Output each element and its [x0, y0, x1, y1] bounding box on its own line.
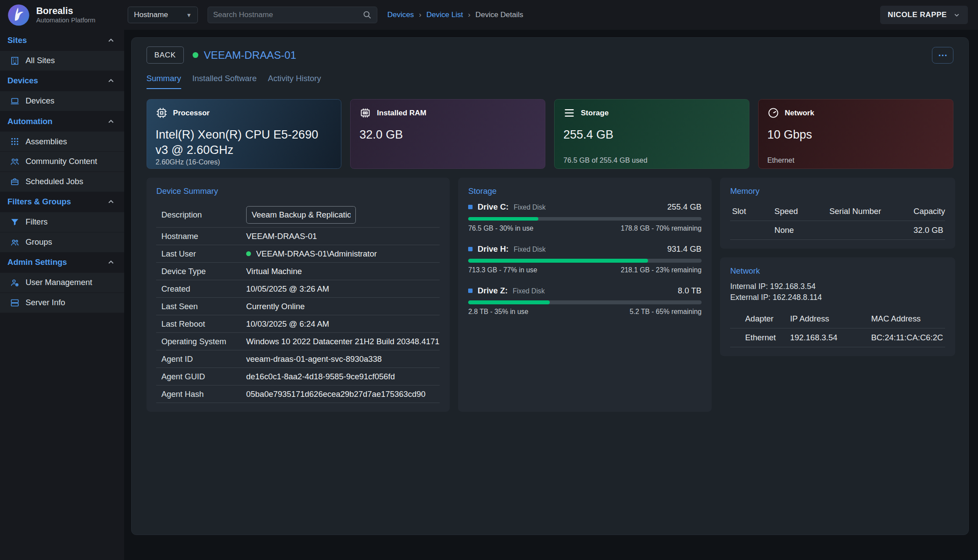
sidebar-section-devices[interactable]: Devices [0, 71, 124, 92]
breadcrumb-current: Device Details [476, 11, 523, 19]
stat-cards: Processor Intel(R) Xeon(R) CPU E5-2690 v… [147, 99, 953, 169]
storage-footer: 76.5 GB of 255.4 GB used [563, 156, 740, 164]
chevron-up-icon [107, 117, 115, 126]
drive-bullet-icon [468, 205, 473, 209]
breadcrumb-separator: › [468, 11, 471, 19]
memory-table-row: None 32.0 GB [730, 221, 945, 240]
content-area: BACK VEEAM-DRAAS-01 ⋯ Summary Installed … [124, 30, 978, 560]
chevron-up-icon [107, 36, 115, 45]
chevron-down-icon [953, 11, 960, 19]
server-icon [10, 298, 19, 307]
created-value: 10/05/2025 @ 3:26 AM [246, 284, 440, 294]
agent-id-value: veeam-draas-01-agent-svc-8930a338 [246, 354, 440, 364]
drive-bullet-icon [468, 247, 473, 251]
internal-ip: Internal IP: 192.168.3.54 [730, 282, 945, 291]
ram-card: Installed RAM 32.0 GB [350, 99, 545, 169]
breadcrumb-devices[interactable]: Devices [387, 11, 414, 19]
hostname-value: VEEAM-DRAAS-01 [246, 232, 440, 241]
online-status-dot [193, 52, 198, 58]
sidebar-item-server-info[interactable]: Server Info [0, 292, 124, 313]
memory-panel: Memory Slot Speed Serial Number Capacity… [720, 178, 955, 249]
ram-icon [359, 107, 371, 119]
drive-usage-bar [468, 300, 702, 304]
sidebar-item-assemblies[interactable]: Assemblies [0, 132, 124, 151]
network-value: 10 Gbps [767, 127, 944, 143]
memory-table-header: Slot Speed Serial Number Capacity [730, 202, 945, 221]
breadcrumb: Devices › Device List › Device Details [387, 11, 523, 19]
user-name: NICOLE RAPPE [888, 11, 947, 19]
agent-hash-value: 05ba0e7935171d626ecea29b27d7ae175363cd90 [246, 389, 440, 399]
sidebar-item-all-sites[interactable]: All Sites [0, 51, 124, 71]
panel-title: Memory [730, 186, 945, 196]
sidebar-section-sites[interactable]: Sites [0, 30, 124, 51]
storage-panel: Storage Drive C: Fixed Disk 255.4 GB 76.… [458, 178, 711, 412]
chevron-down-icon: ▼ [186, 12, 192, 18]
drive-row: Drive Z: Fixed Disk 8.0 TB 2.8 TB - 35% … [468, 286, 702, 316]
scheduled-jobs-icon [10, 177, 19, 186]
sites-icon [10, 56, 19, 65]
brand: Borealis Automation Platform [0, 0, 124, 30]
search-icon [362, 10, 372, 19]
network-table-row: Ethernet 192.168.3.54 BC:24:11:CA:C6:2C [730, 328, 945, 347]
borealis-logo [6, 3, 31, 28]
device-title: VEEAM-DRAAS-01 [204, 49, 296, 61]
devices-icon [10, 96, 19, 106]
network-footer: Ethernet [767, 156, 944, 164]
processor-value: Intel(R) Xeon(R) CPU E5-2690 v3 @ 2.60GH… [156, 127, 333, 158]
ram-value: 32.0 GB [359, 127, 536, 143]
device-details-panel: BACK VEEAM-DRAAS-01 ⋯ Summary Installed … [131, 37, 969, 535]
online-status-dot [246, 251, 251, 256]
sidebar-item-community-content[interactable]: Community Content [0, 151, 124, 171]
brand-name: Borealis [36, 6, 95, 16]
breadcrumb-device-list[interactable]: Device List [426, 11, 463, 19]
panel-title: Storage [468, 186, 702, 196]
network-card: Network 10 Gbps Ethernet [758, 99, 953, 169]
tab-bar: Summary Installed Software Activity Hist… [147, 74, 953, 89]
storage-value: 255.4 GB [563, 127, 740, 143]
tab-summary[interactable]: Summary [147, 74, 181, 89]
drive-row: Drive C: Fixed Disk 255.4 GB 76.5 GB - 3… [468, 202, 702, 232]
tab-installed-software[interactable]: Installed Software [192, 74, 257, 89]
topbar: Hostname ▼ Devices › Device List › Devic… [124, 0, 978, 30]
chevron-up-icon [107, 76, 115, 85]
card-title: Network [785, 109, 814, 118]
last-user-value: VEEAM-DRAAS-01\Administrator [246, 249, 440, 259]
user-menu[interactable]: NICOLE RAPPE [880, 6, 968, 25]
external-ip: External IP: 162.248.8.114 [730, 293, 945, 302]
chevron-up-icon [107, 258, 115, 267]
back-button[interactable]: BACK [147, 46, 184, 64]
panel-title: Network [730, 266, 945, 276]
sidebar-section-automation[interactable]: Automation [0, 111, 124, 132]
breadcrumb-separator: › [419, 11, 422, 19]
user-management-icon [10, 278, 19, 287]
sidebar-item-groups[interactable]: Groups [0, 232, 124, 252]
sidebar-item-devices[interactable]: Devices [0, 91, 124, 111]
description-input[interactable] [246, 206, 356, 224]
network-table-header: Adapter IP Address MAC Address [730, 310, 945, 328]
drive-usage-bar [468, 259, 702, 263]
sidebar-section-filters-groups[interactable]: Filters & Groups [0, 192, 124, 213]
search-box [208, 7, 377, 23]
device-summary-panel: Device Summary Description Hostname VEEA… [147, 178, 450, 412]
search-input[interactable] [213, 11, 363, 19]
sidebar: Borealis Automation Platform Sites All S… [0, 0, 124, 560]
sidebar-item-user-management[interactable]: User Management [0, 273, 124, 292]
filter-icon [10, 218, 19, 227]
last-reboot-value: 10/03/2025 @ 6:24 AM [246, 319, 440, 329]
community-icon [10, 157, 19, 166]
tab-activity-history[interactable]: Activity History [268, 74, 321, 89]
sidebar-item-filters[interactable]: Filters [0, 212, 124, 232]
drive-row: Drive H: Fixed Disk 931.4 GB 713.3 GB - … [468, 244, 702, 274]
more-options-button[interactable]: ⋯ [932, 47, 953, 64]
card-title: Storage [581, 109, 609, 118]
drive-usage-bar [468, 217, 702, 221]
sidebar-item-scheduled-jobs[interactable]: Scheduled Jobs [0, 171, 124, 192]
processor-card: Processor Intel(R) Xeon(R) CPU E5-2690 v… [147, 99, 342, 169]
hostname-filter-dropdown[interactable]: Hostname ▼ [128, 7, 197, 23]
operating-system-value: Windows 10 2022 Datacenter 21H2 Build 20… [246, 337, 440, 346]
sidebar-section-admin-settings[interactable]: Admin Settings [0, 252, 124, 273]
processor-footer: 2.60GHz (16-Cores) [156, 158, 333, 166]
brand-subtitle: Automation Platform [36, 16, 95, 24]
app-root: Borealis Automation Platform Sites All S… [0, 0, 978, 560]
drive-bullet-icon [468, 289, 473, 293]
